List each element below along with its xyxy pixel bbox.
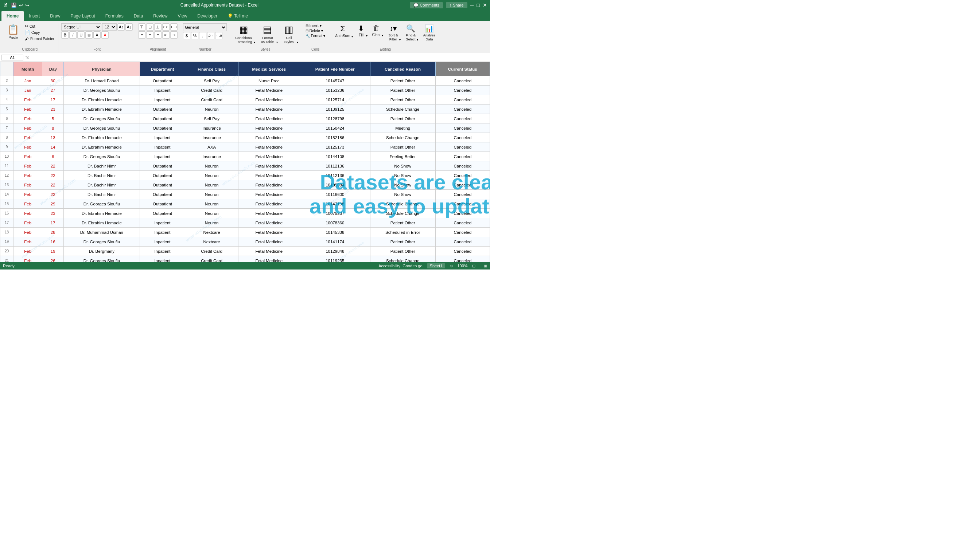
table-cell[interactable]: 17	[42, 95, 64, 105]
table-cell[interactable]: Feb	[13, 143, 42, 152]
table-row[interactable]: 5Feb23Dr. Ebrahim HemadieOutpatientNeuro…	[0, 105, 490, 114]
table-cell[interactable]: Feb	[13, 161, 42, 171]
table-row[interactable]: 14Feb22Dr. Bachir NimrOutpatientNeuronFe…	[0, 190, 490, 199]
table-cell[interactable]: 10143198	[300, 199, 370, 209]
clear-button[interactable]: 🗑 Clear	[369, 23, 384, 38]
table-row[interactable]: 2Jan30Dr. Hemadi FahadOutpatientSelf Pay…	[0, 76, 490, 86]
share-button[interactable]: ↑ Share	[446, 2, 468, 8]
tab-insert[interactable]: Insert	[24, 11, 45, 21]
table-cell[interactable]: 22	[42, 180, 64, 190]
table-cell[interactable]: Fetal Medicine	[238, 247, 300, 256]
table-cell[interactable]: 13	[42, 133, 64, 143]
table-cell[interactable]: Canceled	[435, 114, 490, 124]
table-cell[interactable]: 10112136	[300, 161, 370, 171]
cell-reference-input[interactable]	[2, 55, 23, 60]
align-bottom-button[interactable]: ⊥	[154, 23, 162, 30]
table-row[interactable]: 3Jan27Dr. Georges SioufiuInpatientCredit…	[0, 86, 490, 95]
table-cell[interactable]: 10112136	[300, 171, 370, 180]
comma-button[interactable]: ,	[199, 32, 206, 39]
table-cell[interactable]: 22	[42, 171, 64, 180]
table-cell[interactable]: Patient Other	[370, 218, 435, 228]
table-cell[interactable]: 10128798	[300, 114, 370, 124]
number-format-select[interactable]: General Number Currency Percentage Date	[183, 23, 227, 31]
table-cell[interactable]: Feb	[13, 218, 42, 228]
table-cell[interactable]: Canceled	[435, 199, 490, 209]
table-cell[interactable]: Dr. Ebrahim Hemadie	[64, 218, 140, 228]
tab-developer[interactable]: Developer	[192, 11, 223, 21]
table-cell[interactable]: 10078360	[300, 218, 370, 228]
table-cell[interactable]: Dr. Bachir Nimr	[64, 161, 140, 171]
table-cell[interactable]: Dr. Ebrahim Hemadie	[64, 209, 140, 218]
add-sheet-button[interactable]: ⊕	[450, 264, 453, 268]
table-cell[interactable]: Canceled	[435, 190, 490, 199]
table-cell[interactable]: Scheduled in Error	[370, 228, 435, 237]
align-center-button[interactable]: ≡	[146, 31, 153, 39]
table-cell[interactable]: Feb	[13, 209, 42, 218]
table-cell[interactable]: Inpatient	[140, 247, 185, 256]
table-cell[interactable]: Canceled	[435, 124, 490, 133]
table-cell[interactable]: Canceled	[435, 247, 490, 256]
table-cell[interactable]: Canceled	[435, 161, 490, 171]
table-cell[interactable]: Self Pay	[185, 76, 238, 86]
table-cell[interactable]: Canceled	[435, 133, 490, 143]
table-cell[interactable]: Neuron	[185, 199, 238, 209]
table-cell[interactable]: Feb	[13, 247, 42, 256]
table-cell[interactable]: Credit Card	[185, 247, 238, 256]
col-pfn[interactable]: Patient File Number	[300, 62, 370, 76]
table-cell[interactable]: Fetal Medicine	[238, 133, 300, 143]
table-cell[interactable]: Outpatient	[140, 199, 185, 209]
table-cell[interactable]: Fetal Medicine	[238, 86, 300, 95]
align-left-button[interactable]: ≡	[138, 31, 145, 39]
font-name-select[interactable]: Segoe UI	[61, 23, 101, 30]
increase-font-button[interactable]: A↑	[118, 23, 125, 30]
table-cell[interactable]: Dr. Ebrahim Hemadie	[64, 143, 140, 152]
formula-input[interactable]	[31, 55, 488, 60]
table-cell[interactable]: Credit Card	[185, 256, 238, 263]
table-cell[interactable]: Jan	[13, 86, 42, 95]
table-cell[interactable]: 10129848	[300, 247, 370, 256]
col-department[interactable]: Department	[140, 62, 185, 76]
table-cell[interactable]: Dr. Muhammad Usman	[64, 228, 140, 237]
col-physician[interactable]: Physician	[64, 62, 140, 76]
quick-access-save[interactable]: 💾	[11, 3, 17, 8]
sheet-tab[interactable]: Sheet1	[427, 263, 445, 268]
table-cell[interactable]: 26	[42, 256, 64, 263]
table-cell[interactable]: Dr. Ebrahim Hemadie	[64, 105, 140, 114]
table-cell[interactable]: Inpatient	[140, 86, 185, 95]
sort-filter-button[interactable]: ↕▾ Sort & Filter	[385, 23, 401, 42]
table-cell[interactable]: Dr. Hemadi Fahad	[64, 76, 140, 86]
table-cell[interactable]: Jan	[13, 76, 42, 86]
autosum-button[interactable]: Σ AutoSum	[332, 23, 353, 39]
table-cell[interactable]: Nurse Proc	[238, 76, 300, 86]
table-cell[interactable]: Canceled	[435, 76, 490, 86]
table-cell[interactable]: 19	[42, 247, 64, 256]
percent-button[interactable]: %	[191, 32, 198, 39]
table-cell[interactable]: 5	[42, 114, 64, 124]
table-cell[interactable]: 30	[42, 76, 64, 86]
table-cell[interactable]: 10139125	[300, 105, 370, 114]
bold-button[interactable]: B	[61, 31, 68, 39]
table-cell[interactable]: 23	[42, 209, 64, 218]
table-cell[interactable]: Canceled	[435, 86, 490, 95]
table-cell[interactable]: Patient Other	[370, 95, 435, 105]
table-cell[interactable]: Outpatient	[140, 180, 185, 190]
table-cell[interactable]: 10152186	[300, 133, 370, 143]
minimize-button[interactable]: ─	[470, 2, 474, 8]
table-cell[interactable]: Canceled	[435, 256, 490, 263]
table-cell[interactable]: Schedule Change	[370, 133, 435, 143]
table-cell[interactable]: Inpatient	[140, 95, 185, 105]
tab-draw[interactable]: Draw	[45, 11, 65, 21]
col-medserv[interactable]: Medical Services	[238, 62, 300, 76]
table-cell[interactable]: Patient Other	[370, 247, 435, 256]
table-row[interactable]: 15Feb29Dr. Georges SioufiuOutpatientNeur…	[0, 199, 490, 209]
table-cell[interactable]: 10119235	[300, 256, 370, 263]
col-day[interactable]: Day	[42, 62, 64, 76]
table-cell[interactable]: 10150424	[300, 124, 370, 133]
close-button[interactable]: ✕	[483, 2, 487, 8]
table-row[interactable]: 18Feb28Dr. Muhammad UsmanInpatientNextca…	[0, 228, 490, 237]
tab-page-layout[interactable]: Page Layout	[65, 11, 100, 21]
table-cell[interactable]: Inpatient	[140, 152, 185, 161]
table-cell[interactable]: 10145338	[300, 228, 370, 237]
table-cell[interactable]: Patient Other	[370, 143, 435, 152]
tab-view[interactable]: View	[173, 11, 192, 21]
